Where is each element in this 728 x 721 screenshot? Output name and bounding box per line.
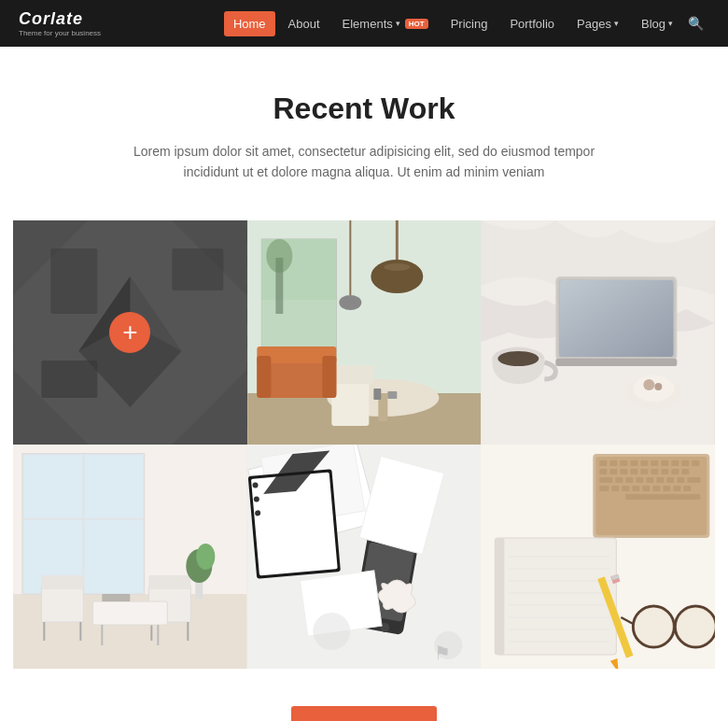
svg-rect-119 [633,486,640,491]
svg-rect-100 [621,469,628,474]
svg-rect-104 [662,469,669,474]
svg-rect-31 [387,391,397,399]
svg-rect-28 [257,356,271,398]
nav-link-home[interactable]: Home [224,11,275,36]
nav-item-elements[interactable]: Elements ▾ HOT [333,11,438,36]
section-description: Lorem ipsum dolor sit amet, consectetur … [131,141,597,183]
svg-rect-92 [641,460,649,466]
brand-tagline: Theme for your business [19,29,101,37]
svg-rect-59 [148,575,190,589]
svg-point-47 [655,383,663,390]
svg-point-82 [313,613,350,650]
grid-image-5: ⚑ [247,445,482,669]
nav-item-pricing[interactable]: Pricing [441,11,497,36]
svg-rect-105 [672,469,679,474]
svg-rect-126 [496,538,617,655]
hot-badge: HOT [405,19,428,29]
grid-image-6 [481,445,715,669]
svg-rect-122 [664,486,671,491]
svg-rect-55 [41,575,83,589]
svg-rect-103 [651,469,659,474]
grid-image-3 [481,220,715,445]
svg-rect-125 [626,494,701,500]
grid-item-1[interactable]: + [13,220,247,445]
svg-rect-118 [623,486,630,491]
svg-rect-11 [172,248,223,290]
svg-rect-88 [600,460,608,466]
svg-point-20 [339,295,361,310]
svg-rect-116 [600,486,609,491]
svg-point-67 [196,544,215,570]
nav-link-about[interactable]: About [279,11,329,36]
grid-item-4[interactable] [13,445,247,669]
svg-rect-89 [610,460,618,466]
section-header: Recent Work Lorem ipsum dolor sit amet, … [0,47,728,202]
svg-rect-109 [626,477,634,483]
grid-image-1: + [13,220,247,445]
svg-point-45 [634,375,675,402]
grid-item-6[interactable] [481,445,715,669]
nav-link-elements[interactable]: Elements ▾ HOT [333,11,438,36]
svg-rect-68 [102,594,130,601]
svg-rect-114 [678,477,685,483]
brand-logo[interactable]: Corlate Theme for your business [19,9,101,37]
svg-rect-112 [657,477,665,483]
grid-item-3[interactable] [481,220,715,445]
svg-rect-10 [50,248,97,314]
svg-rect-123 [674,486,681,491]
svg-point-46 [644,379,655,390]
nav-item-pages[interactable]: Pages ▾ [567,11,628,36]
svg-rect-96 [682,460,690,466]
svg-rect-106 [682,469,690,474]
svg-rect-9 [41,360,97,398]
nav-item-portfolio[interactable]: Portfolio [500,11,564,36]
svg-rect-97 [693,460,700,466]
svg-rect-101 [631,469,638,474]
svg-rect-53 [22,454,144,594]
svg-rect-95 [672,460,679,466]
nav-link-pages[interactable]: Pages ▾ [567,11,628,36]
svg-rect-113 [667,477,675,483]
svg-rect-111 [647,477,654,483]
grid-image-2 [247,220,482,445]
svg-rect-54 [41,585,83,622]
svg-rect-40 [556,359,678,366]
show-more-button[interactable]: Show More [291,706,437,721]
svg-point-146 [677,607,715,646]
plus-button[interactable]: + [109,312,150,353]
svg-rect-90 [621,460,628,466]
work-grid: + [13,220,715,669]
nav-menu: Home About Elements ▾ HOT Pricing Portfo… [224,11,682,36]
svg-text:⚑: ⚑ [434,643,451,663]
grid-item-2[interactable] [247,220,482,445]
svg-rect-24 [331,379,369,426]
svg-point-43 [498,351,539,366]
svg-point-33 [266,239,292,273]
svg-rect-102 [641,469,649,474]
svg-rect-108 [616,477,623,483]
svg-point-145 [635,607,674,646]
svg-rect-107 [600,477,613,483]
svg-rect-91 [631,460,638,466]
grid-image-4 [13,445,247,669]
nav-item-blog[interactable]: Blog ▾ [632,11,682,36]
navigation: Corlate Theme for your business Home Abo… [0,0,728,47]
svg-rect-99 [610,469,618,474]
search-icon[interactable]: 🔍 [682,10,709,36]
svg-rect-110 [637,477,644,483]
svg-rect-127 [496,538,505,655]
section-title: Recent Work [19,92,709,126]
svg-rect-98 [600,469,608,474]
svg-rect-121 [653,486,661,491]
nav-link-pricing[interactable]: Pricing [441,11,497,36]
nav-item-about[interactable]: About [279,11,329,36]
svg-rect-29 [322,356,336,398]
nav-link-portfolio[interactable]: Portfolio [500,11,564,36]
brand-name: Corlate [19,9,101,29]
nav-link-blog[interactable]: Blog ▾ [632,11,682,36]
svg-rect-94 [662,460,669,466]
svg-point-18 [384,263,410,271]
grid-item-5[interactable]: ⚑ [247,445,482,669]
show-more-section: Show More [0,697,728,721]
nav-item-home[interactable]: Home [224,11,275,36]
